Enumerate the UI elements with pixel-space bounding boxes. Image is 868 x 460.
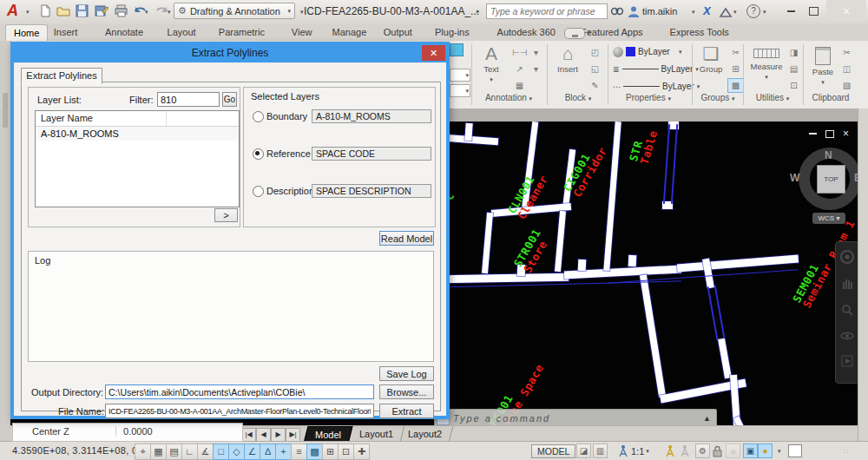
status-toggle[interactable]: ∡: [197, 444, 214, 460]
viewcube-top-face[interactable]: TOP: [817, 165, 845, 194]
leader-icon[interactable]: ↗: [511, 62, 528, 76]
dialog-close-button[interactable]: ✕: [422, 45, 445, 61]
first-tab-arrow[interactable]: |◀: [241, 428, 256, 442]
redo-dropdown-icon[interactable]: ▾: [168, 9, 171, 16]
viewport-minimize-icon[interactable]: [809, 133, 817, 135]
clean-screen-button[interactable]: [788, 444, 802, 458]
status-toggle[interactable]: ▤: [166, 444, 182, 460]
autocad-logo-icon[interactable]: A: [7, 2, 18, 20]
ribbon-tab-plug-ins[interactable]: Plug-ins: [427, 24, 477, 41]
user-icon[interactable]: [628, 5, 640, 22]
ribbon-tab-layout[interactable]: Layout: [160, 24, 204, 41]
command-line[interactable]: > Type a command ▲: [434, 409, 717, 425]
ribbon-tab-annotate[interactable]: Annotate: [97, 24, 151, 41]
save-as-icon[interactable]: [94, 4, 108, 19]
cut-icon[interactable]: ✂: [838, 45, 855, 60]
status-toggle[interactable]: ◇: [228, 444, 245, 460]
leader-dropdown-icon[interactable]: ▾: [528, 62, 544, 76]
exchange-apps-icon[interactable]: X: [703, 4, 711, 17]
filter-input[interactable]: [157, 92, 220, 107]
save-icon[interactable]: [75, 4, 89, 19]
viewcube-west[interactable]: W: [790, 172, 799, 184]
status-toggle[interactable]: □: [213, 444, 229, 460]
boundary-radio[interactable]: [253, 111, 264, 122]
command-input[interactable]: Type a command: [453, 413, 703, 424]
quick-select-icon[interactable]: ◨: [786, 45, 802, 60]
last-tab-arrow[interactable]: ▶|: [286, 428, 300, 442]
prev-tab-arrow[interactable]: ◀: [256, 428, 271, 442]
dimension-dropdown-icon[interactable]: ▾: [528, 45, 544, 60]
linetype-combo[interactable]: ⋯ ByLayer▾: [613, 79, 700, 94]
lineweight-combo[interactable]: ≣ ByLayer▾: [613, 62, 699, 76]
cut-combo[interactable]: ▾: [450, 84, 470, 97]
workspace-switching-icon[interactable]: ⚙: [695, 444, 710, 458]
viewport-close-icon[interactable]: ×: [843, 128, 849, 140]
signed-in-user[interactable]: tim.aikin: [642, 6, 677, 16]
nav-wheel-icon[interactable]: [839, 249, 855, 265]
close-button[interactable]: ×: [826, 0, 866, 23]
quick-view-layouts-icon[interactable]: ◪: [576, 444, 591, 458]
description-radio-label[interactable]: Description: [266, 186, 314, 196]
open-file-icon[interactable]: [56, 4, 70, 19]
status-toggle[interactable]: +: [275, 444, 292, 460]
read-model-button[interactable]: Read Model: [379, 231, 434, 246]
insert-block-button[interactable]: ⌂ Insert: [552, 43, 583, 74]
ribbon-tab-insert[interactable]: Insert: [46, 24, 86, 41]
isolate-objects-group[interactable]: ▣ ●: [743, 444, 773, 458]
status-toggle[interactable]: ≡: [291, 444, 307, 460]
paste-button[interactable]: Paste▾: [807, 43, 838, 86]
status-toggle[interactable]: ⌖: [135, 444, 151, 460]
group-button[interactable]: ❏ Group: [695, 43, 727, 74]
layer-list-header[interactable]: Layer Name: [36, 111, 239, 127]
pan-icon[interactable]: [840, 277, 854, 291]
show-motion-icon[interactable]: [841, 355, 853, 367]
dimension-icon[interactable]: ⊢⊣: [511, 45, 528, 60]
maximize-button[interactable]: [803, 0, 825, 23]
edit-attribute-icon[interactable]: ◱: [587, 62, 603, 76]
boundary-radio-label[interactable]: Boundary: [266, 111, 307, 122]
annotation-scale-control[interactable]: 1:1▾: [618, 444, 649, 458]
status-overflow-icon[interactable]: ▾: [778, 444, 781, 458]
wcs-menu[interactable]: WCS ▾: [812, 213, 845, 224]
ribbon-minimize-button[interactable]: [564, 28, 585, 39]
ribbon-tab-manage[interactable]: Manage: [325, 24, 375, 41]
command-history-icon[interactable]: ▲: [703, 414, 711, 423]
status-toggle[interactable]: ⊞: [322, 444, 339, 460]
status-toggle[interactable]: ∟: [181, 444, 198, 460]
ribbon-tab-parametric[interactable]: Parametric: [211, 24, 273, 41]
status-toggle[interactable]: ✚: [353, 444, 370, 460]
quick-calc-icon[interactable]: ▤: [786, 62, 802, 76]
cut-combo[interactable]: ▾: [450, 69, 470, 82]
hardware-accel-icon[interactable]: ☼: [726, 444, 740, 458]
block-panel-label[interactable]: Block ▾: [550, 93, 606, 105]
app-menu-arrow-icon[interactable]: ▾: [26, 9, 30, 16]
layer-list[interactable]: Layer Name A-810-M_ROOMS: [35, 110, 240, 207]
dialog-title[interactable]: Extract Polylines: [14, 44, 446, 62]
file-name-input[interactable]: [105, 404, 374, 418]
ribbon-tab-home[interactable]: Home: [5, 24, 48, 42]
status-toggle[interactable]: ∠: [244, 444, 260, 460]
extract-button[interactable]: Extract: [379, 404, 434, 418]
viewcube-east[interactable]: E: [854, 172, 858, 184]
zoom-icon[interactable]: [840, 303, 854, 317]
object-color-combo[interactable]: ByLayer▾: [613, 44, 682, 59]
go-button[interactable]: Go: [222, 92, 237, 107]
a360-icon[interactable]: [719, 6, 733, 22]
properties-panel-label[interactable]: Properties ▾: [611, 93, 686, 105]
table-icon[interactable]: ▦: [511, 78, 528, 93]
status-toggle[interactable]: ▦: [150, 444, 167, 460]
utilities-panel-label[interactable]: Utilities ▾: [745, 93, 800, 105]
infocenter-arrow-icon[interactable]: ▸: [477, 8, 480, 15]
description-radio[interactable]: [253, 186, 264, 197]
ribbon-tab-autodesk-360[interactable]: Autodesk 360: [490, 24, 563, 41]
measure-button[interactable]: Measure▾: [748, 43, 785, 81]
copy-icon[interactable]: ◫: [838, 62, 855, 76]
minimize-button[interactable]: [780, 0, 801, 23]
annotation-panel-label[interactable]: Annotation ▾: [473, 93, 544, 105]
tab-layout1[interactable]: Layout1: [349, 426, 405, 442]
lock-ui-icon[interactable]: [711, 444, 723, 458]
output-directory-input[interactable]: [105, 384, 374, 399]
viewcube-north[interactable]: N: [825, 149, 832, 161]
ribbon-tab-view[interactable]: View: [284, 24, 320, 41]
layer-row[interactable]: A-810-M_ROOMS: [36, 127, 239, 141]
